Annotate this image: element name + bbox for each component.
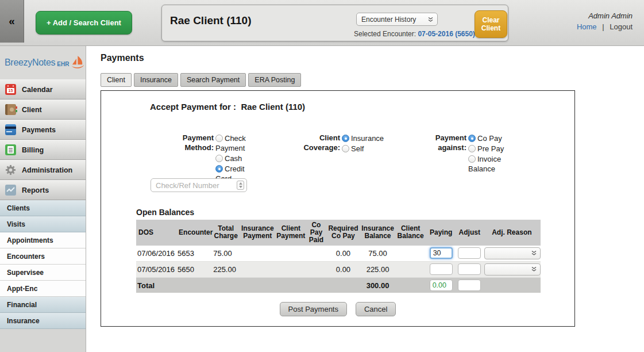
radio-icon [215,135,223,142]
sailboat-icon [70,53,86,72]
radio-pre-pay[interactable]: Pre Pay [468,144,514,154]
cancel-button[interactable]: Cancel [356,302,396,316]
home-link[interactable]: Home [577,22,597,31]
logo-suffix: EHR [57,61,69,67]
radio-check-payment[interactable]: Check Payment [215,133,261,153]
tab-search-payment[interactable]: Search Payment [180,73,246,87]
client-name: Rae Client (110) [170,14,252,27]
post-payments-button[interactable]: Post Payments [280,302,347,316]
radio-selected-icon [342,135,349,142]
radio-icon [468,145,476,152]
sidebar-subitem-appt-enc[interactable]: Appt-Enc [0,281,86,297]
sidebar-item-reports[interactable]: Reports [0,180,86,200]
col-client-payment: Client Payment [275,220,306,246]
address-book-icon [5,104,16,115]
col-insurance-balance: Insurance Balance [361,220,395,246]
sidebar-item-calendar[interactable]: 15 Calendar [0,79,86,100]
chevron-double-down-icon [531,266,537,272]
sidebar-subitem-clients[interactable]: Clients [0,200,86,216]
col-adjust: Adjust [456,220,483,246]
radio-co-pay[interactable]: Co Pay [468,133,514,143]
client-payment-cell [275,261,306,277]
accept-payment-heading: Accept Payment for : Rae Client (110) [150,102,305,112]
sidebar-subitem-supervisee[interactable]: Supervisee [0,265,86,281]
user-area: Admin Admin Home | Logout [577,12,633,31]
table-row: 07/06/2016 5653 75.00 0.00 75.00 [136,246,541,262]
accept-payment-panel: Accept Payment for : Rae Client (110) Pa… [101,90,575,327]
radio-insurance[interactable]: Insurance [342,133,394,143]
table-header-row: DOS Encounter Total Charge Insurance Pay… [136,220,541,246]
col-insurance-payment: Insurance Payment [240,220,275,246]
payments-tabs: Client Insurance Search Payment ERA Post… [101,73,301,87]
co-pay-paid-cell [306,246,326,262]
col-co-pay-paid: Co Pay Paid [306,220,326,246]
clear-client-button[interactable]: Clear Client [475,10,507,38]
insurance-balance-cell: 75.00 [361,246,395,262]
open-balances-table: DOS Encounter Total Charge Insurance Pay… [136,220,541,293]
client-balance-cell [395,246,426,262]
client-balance-cell [395,261,426,277]
paying-input[interactable] [430,263,453,275]
adjust-input[interactable] [458,247,481,259]
payment-method-label: Payment Method: [165,133,214,153]
top-bar: « + Add / Search Client Rae Client (110)… [0,0,644,46]
col-adj-reason: Adj. Reason [483,220,541,246]
logo-text: BreezyNotes [5,58,55,68]
tab-era-posting[interactable]: ERA Posting [248,73,301,87]
adj-reason-select[interactable] [484,263,541,276]
radio-icon [215,155,223,162]
adjust-input[interactable] [458,263,481,275]
insurance-balance-cell: 225.00 [361,261,395,277]
add-search-client-button[interactable]: + Add / Search Client [36,11,132,35]
radio-invoice-balance[interactable]: Invoice Balance [468,154,514,174]
payment-against-label: Payment against: [423,133,466,153]
collapse-icon: « [9,15,15,28]
insurance-payment-cell [240,261,275,277]
credit-card-icon [5,124,16,135]
col-required-co-pay: Required Co Pay [326,220,360,246]
sidebar-subitem-appointments[interactable]: Appointments [0,232,86,248]
sidebar-subitem-insurance[interactable]: Insurance [0,313,86,329]
selected-encounter-link[interactable]: 07-05-2016 (5650) [418,30,475,38]
tab-client[interactable]: Client [101,73,132,87]
radio-self[interactable]: Self [342,144,394,154]
sidebar-subitem-encounters[interactable]: Encounters [0,248,86,265]
radio-cash[interactable]: Cash [215,154,261,163]
calendar-icon: 15 [5,84,16,95]
page-title: Payments [101,53,144,63]
chart-icon [5,185,16,196]
gear-icon [5,164,16,175]
link-separator: | [602,22,604,31]
sidebar-subitem-financial[interactable]: Financial [0,297,86,313]
total-adjust-input[interactable] [458,280,481,291]
logout-link[interactable]: Logout [610,22,633,31]
total-label: Total [136,277,176,293]
client-payment-cell [275,246,306,262]
sidebar-item-administration[interactable]: Administration [0,160,86,180]
adj-reason-select[interactable] [484,247,541,259]
dos-cell: 07/05/2016 [136,261,176,277]
col-paying: Paying [426,220,456,246]
sidebar-item-billing[interactable]: Billing [0,140,86,160]
insurance-payment-cell [240,246,275,262]
sidebar-subitem-visits[interactable]: Visits [0,216,86,232]
client-panel: Rae Client (110) Encounter History Selec… [161,5,508,41]
paying-input[interactable] [430,247,453,259]
table-row: 07/05/2016 5650 225.00 0.00 225.00 [136,261,541,277]
sidebar-collapse-button[interactable]: « [0,0,24,43]
user-name: Admin Admin [577,12,633,20]
sidebar-item-client[interactable]: Client [0,100,86,120]
col-client-balance: Client Balance [395,220,426,246]
total-paying-input[interactable] [430,280,453,291]
app-logo: BreezyNotes EHR [0,46,86,79]
selected-encounter: Selected Encounter: 07-05-2016 (5650) [354,30,475,38]
radio-icon [468,155,476,163]
chevron-double-down-icon [427,17,434,22]
encounter-cell: 5650 [176,261,212,277]
encounter-history-dropdown[interactable]: Encounter History [356,13,438,26]
sidebar-item-payments[interactable]: Payments [0,120,86,140]
radio-selected-icon [215,165,223,173]
tab-insurance[interactable]: Insurance [134,73,178,87]
number-stepper-icon[interactable] [237,181,244,190]
check-ref-number-input[interactable] [151,178,247,192]
